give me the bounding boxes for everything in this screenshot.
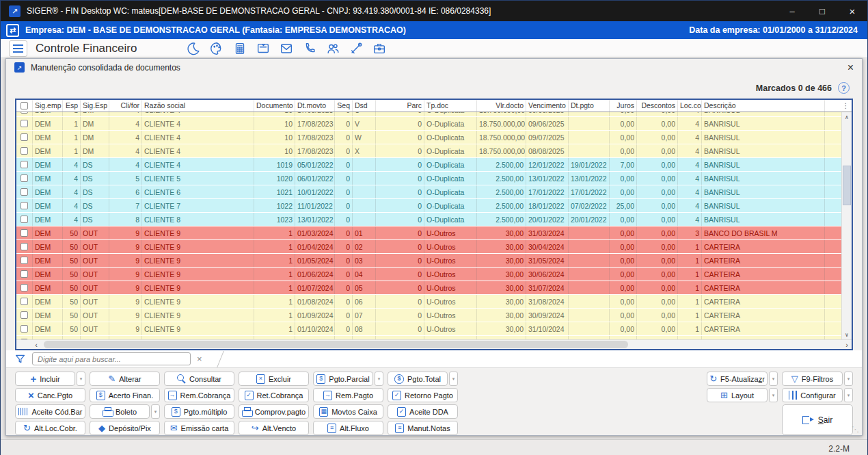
column-header-clifor[interactable]: Cli/for	[109, 100, 142, 112]
column-header-sigemp[interactable]: Sig.emp	[33, 100, 63, 112]
dark-mode-moon-icon[interactable]	[186, 41, 201, 56]
alterar-button[interactable]: ✎Alterar	[90, 372, 160, 386]
deposito-pix-button[interactable]: ◆Depósito/Pix	[90, 421, 160, 435]
table-row[interactable]: DEM50OUT9CLIENTE 9101/03/20240010U-Outro…	[16, 226, 841, 240]
column-header-vencimento[interactable]: Vencimento	[526, 100, 569, 112]
pgto-total-button[interactable]: $Pgto.Total	[388, 372, 448, 386]
table-row[interactable]: DEM4DS7CLIENTE 7102211/01/202200O-Duplic…	[16, 199, 841, 213]
f5-atualizar-dropdown[interactable]: ▾	[769, 372, 778, 386]
incluir-dropdown[interactable]: ▾	[77, 372, 85, 386]
help-icon[interactable]: ?	[838, 82, 850, 94]
column-menu-icon[interactable]: ⋮	[839, 100, 852, 112]
alt-fluxo-button[interactable]: ≡Alt.Fluxo	[313, 421, 383, 435]
company-switch-icon[interactable]: ⇄	[6, 24, 19, 37]
column-header-vlrdocto[interactable]: Vlr.docto	[477, 100, 526, 112]
comprov-pagto-button[interactable]: Comprov.pagto	[239, 404, 309, 419]
excluir-button[interactable]: ×Excluir	[239, 372, 309, 386]
movtos-caixa-button[interactable]: ▦Movtos Caixa	[313, 404, 383, 419]
phone-icon[interactable]	[302, 41, 317, 56]
acerto-finan-button[interactable]: $Acerto Finan.	[90, 388, 160, 402]
rem-cobranca-button[interactable]: →Rem.Cobrança	[164, 388, 234, 402]
manut-notas-button[interactable]: ≡Manut.Notas	[388, 421, 458, 435]
emissao-carta-button[interactable]: ✉Emissão carta	[164, 421, 234, 435]
row-checkbox[interactable]	[16, 268, 33, 281]
manutencao-close-icon[interactable]: ×	[847, 62, 854, 73]
row-checkbox[interactable]	[16, 158, 33, 171]
column-header-dsd[interactable]: Dsd	[353, 100, 376, 112]
row-checkbox[interactable]	[16, 213, 33, 226]
horizontal-scrollbar[interactable]: ‹ ›	[16, 339, 852, 349]
column-header-loccob[interactable]: Loc.cob	[678, 100, 702, 112]
row-checkbox[interactable]	[16, 131, 33, 144]
table-row[interactable]: DEM50OUT9CLIENTE 9101/09/20240070U-Outro…	[16, 309, 841, 322]
rem-pagto-button[interactable]: →Rem.Pagto	[313, 388, 383, 402]
layout-button[interactable]: ⊞Layout	[707, 388, 768, 402]
menu-hamburger-icon[interactable]	[9, 40, 27, 57]
calculator-icon[interactable]	[232, 41, 247, 56]
table-row[interactable]: DEM4DS4CLIENTE 4101905/01/202200O-Duplic…	[16, 158, 841, 172]
table-row[interactable]: DEM1DM4CLIENTE 41017/08/20230X0O-Duplica…	[16, 144, 841, 158]
table-row[interactable]: DEM1DM4CLIENTE 41017/08/20230V0O-Duplica…	[16, 117, 841, 131]
column-header-esp[interactable]: Esp	[63, 100, 81, 112]
horizontal-scroll-thumb[interactable]	[44, 341, 628, 348]
maximize-button[interactable]: □	[807, 1, 837, 21]
clear-search-icon[interactable]: ×	[197, 354, 202, 364]
row-checkbox[interactable]	[16, 172, 33, 185]
column-header-seq[interactable]: Seq	[335, 100, 353, 112]
vertical-scroll-thumb[interactable]	[843, 166, 851, 205]
column-header-parc[interactable]: Parc	[376, 100, 424, 112]
layout-dropdown[interactable]: ▾	[769, 388, 778, 402]
row-checkbox[interactable]	[16, 322, 33, 335]
alt-vencto-button[interactable]: ↪Alt.Vencto	[239, 421, 309, 435]
table-row[interactable]: DEM4DS5CLIENTE 5102006/01/202200O-Duplic…	[16, 172, 841, 185]
retorno-pagto-button[interactable]: ✓Retorno Pagto	[388, 388, 458, 402]
column-header-descontos[interactable]: Descontos	[637, 100, 678, 112]
tools-icon[interactable]	[349, 41, 364, 56]
minimize-button[interactable]: –	[777, 1, 807, 21]
table-row[interactable]: DEM50OUT9CLIENTE 9101/08/20240060U-Outro…	[16, 295, 841, 309]
pgto-parcial-dropdown[interactable]: ▾	[375, 372, 383, 386]
theme-palette-icon[interactable]	[209, 41, 224, 56]
f5-atualizar-button[interactable]: ↻F5-Atualizazr	[707, 372, 768, 386]
table-row[interactable]: DEM50OUT9CLIENTE 9101/07/20240050U-Outro…	[16, 281, 841, 295]
search-input[interactable]	[32, 352, 191, 365]
row-checkbox[interactable]	[16, 144, 33, 157]
configurar-button[interactable]: Configurar	[782, 388, 843, 402]
f9-filtros-button[interactable]: ▽F9-Filtros	[782, 372, 843, 386]
row-checkbox[interactable]	[16, 309, 33, 322]
column-header-documento[interactable]: Documento	[254, 100, 295, 112]
aceite-dda-button[interactable]: ✓Aceite DDA	[388, 404, 458, 419]
scroll-left-icon[interactable]: ‹	[31, 340, 41, 349]
boleto-button[interactable]: Boleto	[90, 404, 150, 419]
scroll-right-icon[interactable]: ›	[842, 340, 852, 349]
column-header-dtmovto[interactable]: Dt.movto	[295, 100, 335, 112]
pgto-total-dropdown[interactable]: ▾	[449, 372, 458, 386]
row-checkbox[interactable]	[16, 199, 33, 212]
table-row[interactable]: DEM1DM4CLIENTE 41017/08/20230W0O-Duplica…	[16, 131, 841, 144]
alt-loc-cobr-button[interactable]: ↻Alt.Loc.Cobr.	[15, 421, 85, 435]
table-row[interactable]: DEM50OUT9CLIENTE 9101/04/20240020U-Outro…	[16, 240, 841, 254]
configurar-dropdown[interactable]: ▾	[844, 388, 853, 402]
column-header-sigesp[interactable]: Sig.Esp	[81, 100, 109, 112]
scroll-up-icon[interactable]: ∧	[845, 112, 849, 122]
canc-pgto-button[interactable]: ×Canc.Pgto	[15, 388, 85, 402]
table-row[interactable]: DEM4DS8CLIENTE 8102313/01/202200O-Duplic…	[16, 213, 841, 226]
contacts-users-icon[interactable]	[325, 41, 340, 56]
ret-cobranca-button[interactable]: ✓Ret.Cobrança	[239, 388, 309, 402]
row-checkbox[interactable]	[16, 185, 33, 198]
incluir-button[interactable]: +Incluir	[15, 372, 75, 386]
row-checkbox[interactable]	[16, 281, 33, 294]
notes-card-icon[interactable]	[256, 41, 271, 56]
briefcase-icon[interactable]	[372, 41, 387, 56]
vertical-scrollbar[interactable]: ∧ ∨	[841, 112, 852, 339]
boleto-dropdown[interactable]: ▾	[151, 404, 160, 419]
column-header-dtpgto[interactable]: Dt.pgto	[569, 100, 610, 112]
aceite-cod-bar-button[interactable]: Aceite Cód.Bar	[15, 404, 85, 419]
row-checkbox[interactable]	[16, 254, 33, 267]
column-header-descricao[interactable]: Descrição	[702, 100, 825, 112]
close-button[interactable]: ×	[837, 1, 867, 21]
scroll-down-icon[interactable]: ∨	[845, 330, 849, 339]
row-checkbox[interactable]	[16, 226, 33, 239]
f9-filtros-dropdown[interactable]: ▾	[844, 372, 853, 386]
consultar-button[interactable]: Consultar	[164, 372, 234, 386]
